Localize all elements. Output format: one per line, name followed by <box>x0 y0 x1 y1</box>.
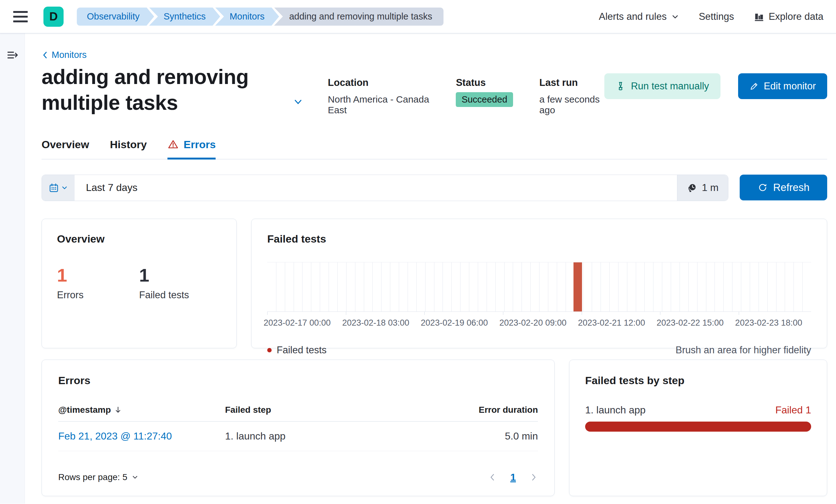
error-duration-column-label: Error duration <box>479 405 538 415</box>
gridline <box>346 263 346 311</box>
failed-tests-by-step-panel: Failed tests by step 1. launch app Faile… <box>569 360 827 496</box>
gridline <box>776 263 777 311</box>
gridline <box>627 263 627 311</box>
chevron-down-icon <box>671 13 679 21</box>
failed-tests-count-label: Failed tests <box>139 289 221 301</box>
refresh-icon <box>757 182 768 193</box>
gridline <box>487 263 487 311</box>
x-axis-label: 2023-02-20 09:00 <box>499 318 567 328</box>
errors-stat: 1 Errors <box>57 265 139 301</box>
breadcrumb-monitors[interactable]: Monitors <box>215 7 279 26</box>
gridline <box>434 263 434 311</box>
pencil-icon <box>749 81 759 91</box>
sort-arrow-down-icon <box>114 406 122 414</box>
failed-tests-chart-title: Failed tests <box>267 233 811 245</box>
table-row: Feb 21, 2023 @ 11:27:40 1. launch app 5.… <box>58 422 538 451</box>
breadcrumb-current-page: adding and removing multiple tasks <box>274 7 444 26</box>
next-page-icon[interactable] <box>530 472 538 482</box>
gridline <box>618 263 619 311</box>
settings-link[interactable]: Settings <box>699 11 734 22</box>
legend-label: Failed tests <box>277 345 327 356</box>
previous-page-icon[interactable] <box>488 472 496 482</box>
gridline <box>759 263 759 311</box>
brush-hint-text: Brush an area for higher fidelity <box>676 345 811 356</box>
avatar[interactable]: D <box>43 6 63 27</box>
rows-per-page-selector[interactable]: Rows per page: 5 <box>58 472 138 482</box>
error-duration-value: 5.0 min <box>443 430 538 442</box>
alerts-and-rules-menu[interactable]: Alerts and rules <box>599 11 679 22</box>
x-axis-tick <box>660 312 660 315</box>
gridline <box>355 263 355 311</box>
tab-history[interactable]: History <box>110 138 147 159</box>
gridline <box>451 263 452 311</box>
failed-tests-chart-panel: Failed tests 2023-02-17 00:002023-02-18 … <box>251 219 827 348</box>
gridline <box>566 263 566 311</box>
x-axis-label: 2023-02-17 00:00 <box>263 318 330 328</box>
errors-table-header: @timestamp Failed step Error duration <box>58 405 538 422</box>
column-timestamp[interactable]: @timestamp <box>58 405 225 415</box>
step-label: 1. launch app <box>585 404 646 416</box>
back-to-monitors-link[interactable]: Monitors <box>41 50 87 60</box>
gridline <box>504 263 505 311</box>
location-label: Location <box>328 77 430 89</box>
errors-panel-title: Errors <box>58 374 538 387</box>
gridline <box>469 263 469 311</box>
x-axis-tick <box>267 312 268 315</box>
refresh-interval-chip[interactable]: 1 m <box>677 175 728 201</box>
table-pagination: Rows per page: 5 1 <box>58 469 538 483</box>
error-timestamp-link[interactable]: Feb 21, 2023 @ 11:27:40 <box>58 430 225 442</box>
failed-test-bar[interactable] <box>573 263 582 311</box>
x-axis-label: 2023-02-18 03:00 <box>342 318 409 328</box>
explore-data-link[interactable]: Explore data <box>754 11 823 22</box>
breadcrumb-observability[interactable]: Observability <box>77 7 154 26</box>
gridline <box>407 263 408 311</box>
failed-tests-histogram[interactable] <box>267 262 811 312</box>
chevron-down-icon <box>61 185 68 191</box>
edit-monitor-button[interactable]: Edit monitor <box>738 73 827 99</box>
step-progress-bar <box>585 422 811 432</box>
gridline <box>706 263 706 311</box>
column-failed-step[interactable]: Failed step <box>225 405 443 415</box>
failed-tests-count: 1 <box>139 265 221 286</box>
tab-errors[interactable]: Errors <box>168 138 215 159</box>
status-label: Status <box>456 77 513 89</box>
run-test-manually-label: Run test manually <box>631 80 709 92</box>
column-error-duration[interactable]: Error duration <box>443 405 538 415</box>
menu-icon[interactable] <box>13 11 28 22</box>
refresh-button[interactable]: Refresh <box>740 175 827 200</box>
location-value: North America - Canada East <box>328 94 430 115</box>
expand-sidebar-icon[interactable] <box>6 50 18 60</box>
page-number[interactable]: 1 <box>510 471 516 483</box>
gridline <box>513 263 513 311</box>
x-axis-labels: 2023-02-17 00:002023-02-18 03:002023-02-… <box>267 318 811 332</box>
alerts-and-rules-label: Alerts and rules <box>599 11 667 22</box>
time-refresh-icon <box>687 182 698 193</box>
date-picker-toggle[interactable] <box>42 175 75 201</box>
gridline <box>460 263 460 311</box>
date-range-value[interactable]: Last 7 days <box>75 175 677 201</box>
breadcrumb-synthetics[interactable]: Synthetics <box>149 7 220 26</box>
overview-panel-title: Overview <box>57 233 221 245</box>
gridline <box>285 263 285 311</box>
run-test-manually-button[interactable]: Run test manually <box>604 73 720 99</box>
gridline <box>636 263 636 311</box>
tab-overview[interactable]: Overview <box>41 138 89 159</box>
gridline <box>495 263 496 311</box>
monitor-selector-chevron-icon[interactable] <box>293 97 303 107</box>
errors-count-label: Errors <box>57 289 139 301</box>
chevron-down-icon <box>132 474 138 481</box>
gridline <box>381 263 381 311</box>
gridline <box>662 263 662 311</box>
gridline <box>425 263 425 311</box>
status-badge: Succeeded <box>456 92 513 107</box>
overview-panel: Overview 1 Errors 1 Failed tests <box>41 219 237 348</box>
gridline <box>802 263 803 311</box>
breadcrumb: Observability Synthetics Monitors adding… <box>77 7 443 26</box>
legend-failed-tests[interactable]: Failed tests <box>267 345 327 356</box>
meta-location: Location North America - Canada East <box>328 77 430 115</box>
x-axis-tick <box>503 312 503 315</box>
meta-status: Status Succeeded <box>456 77 513 115</box>
failed-tests-stat: 1 Failed tests <box>139 265 221 301</box>
gridline <box>530 263 531 311</box>
gridline <box>785 263 785 311</box>
